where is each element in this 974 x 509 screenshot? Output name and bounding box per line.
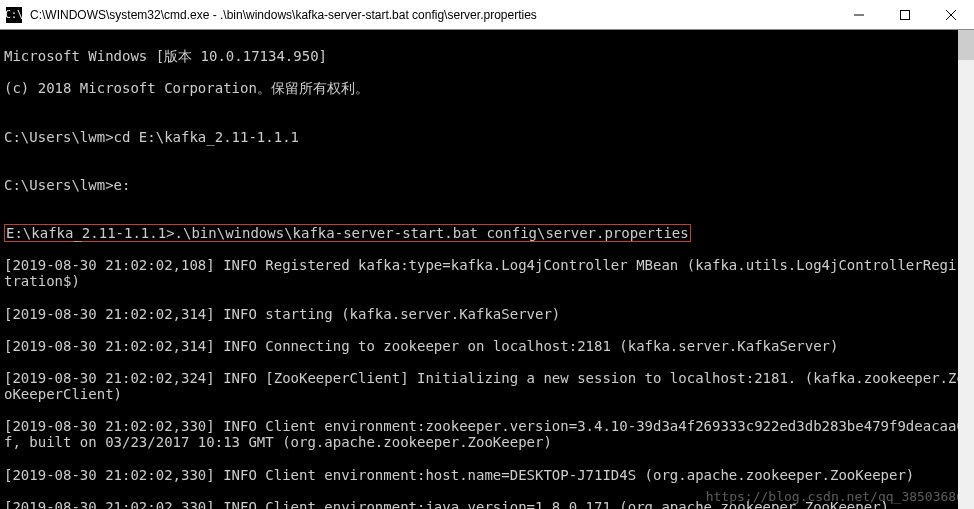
highlighted-command: E:\kafka_2.11-1.1.1>.\bin\windows\kafka-… — [4, 224, 691, 242]
output-line: [2019-08-30 21:02:02,330] INFO Client en… — [4, 418, 970, 450]
window-titlebar[interactable]: C:\ C:\WINDOWS\system32\cmd.exe - .\bin\… — [0, 0, 974, 30]
cmd-icon: C:\ — [6, 7, 22, 23]
window-title: C:\WINDOWS\system32\cmd.exe - .\bin\wind… — [28, 8, 836, 22]
scrollbar-thumb[interactable] — [958, 30, 974, 60]
app-icon: C:\ — [0, 7, 28, 23]
svg-rect-1 — [901, 10, 910, 19]
output-line: [2019-08-30 21:02:02,108] INFO Registere… — [4, 257, 970, 289]
output-line: C:\Users\lwm>cd E:\kafka_2.11-1.1.1 — [4, 129, 970, 145]
terminal-output[interactable]: Microsoft Windows [版本 10.0.17134.950] (c… — [0, 30, 974, 509]
output-line: [2019-08-30 21:02:02,330] INFO Client en… — [4, 467, 970, 483]
prompt: E:\kafka_2.11-1.1.1> — [6, 225, 175, 241]
vertical-scrollbar[interactable] — [958, 30, 974, 509]
output-line: Microsoft Windows [版本 10.0.17134.950] — [4, 48, 970, 64]
output-line: [2019-08-30 21:02:02,314] INFO starting … — [4, 306, 970, 322]
minimize-button[interactable] — [836, 0, 882, 29]
command-text: .\bin\windows\kafka-server-start.bat con… — [175, 225, 689, 241]
close-button[interactable] — [928, 0, 974, 29]
window-controls — [836, 0, 974, 29]
output-line: [2019-08-30 21:02:02,324] INFO [ZooKeepe… — [4, 370, 970, 402]
maximize-button[interactable] — [882, 0, 928, 29]
output-line: C:\Users\lwm>e: — [4, 177, 970, 193]
command-line: E:\kafka_2.11-1.1.1>.\bin\windows\kafka-… — [4, 225, 970, 241]
output-line: [2019-08-30 21:02:02,314] INFO Connectin… — [4, 338, 970, 354]
output-line: (c) 2018 Microsoft Corporation。保留所有权利。 — [4, 80, 970, 96]
watermark-text: https://blog.csdn.net/qq_38503686 — [706, 490, 964, 505]
